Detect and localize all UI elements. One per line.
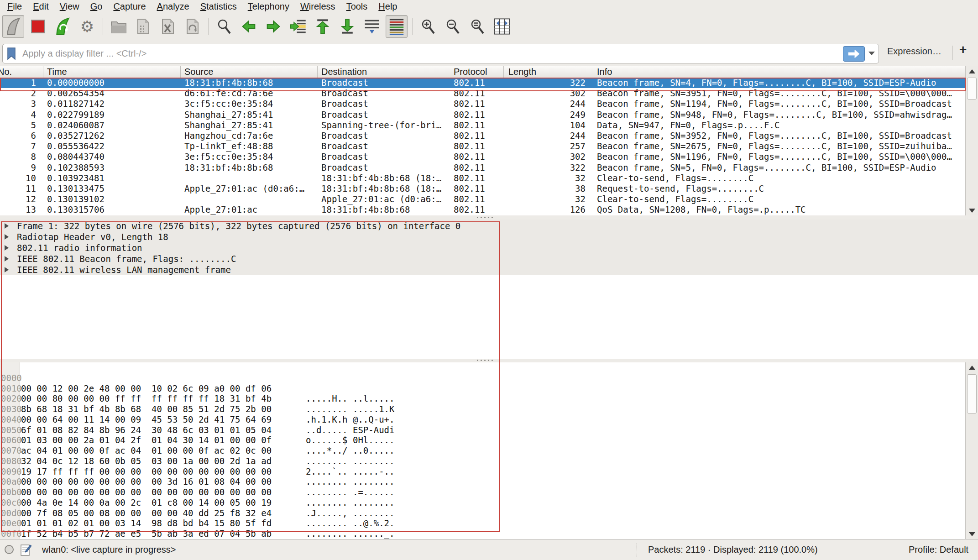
- restart-capture-button[interactable]: [52, 15, 73, 38]
- expander-triangle-icon[interactable]: [5, 234, 9, 240]
- column-separator[interactable]: [588, 66, 588, 78]
- go-back-button[interactable]: [238, 15, 260, 38]
- packet-row[interactable]: 5 0.024060087 Shanghai_27:85:41 Spanning…: [0, 120, 965, 131]
- find-packet-button[interactable]: [213, 15, 235, 38]
- pane-splitter[interactable]: [0, 359, 978, 362]
- close-file-button[interactable]: [157, 15, 179, 38]
- hex-row[interactable]: 0030 00 00 64 00 11 14 00 09 45 53 50 2d…: [0, 393, 965, 404]
- save-file-button[interactable]: [132, 15, 154, 38]
- hex-row[interactable]: 00b0 00 4a 0e 14 00 0a 00 2c 01 c8 00 14…: [0, 476, 965, 487]
- column-separator[interactable]: [43, 66, 43, 78]
- hex-row[interactable]: 0000 00 00 12 00 2e 48 00 00 10 02 6c 09…: [0, 362, 965, 373]
- column-separator[interactable]: [452, 66, 452, 78]
- menu-item[interactable]: Edit: [27, 1, 54, 12]
- filter-dropdown-caret[interactable]: [868, 52, 875, 55]
- column-header-time[interactable]: Time: [47, 67, 67, 77]
- expander-triangle-icon[interactable]: [5, 245, 9, 251]
- menu-item[interactable]: Tools: [341, 1, 373, 12]
- menu-item[interactable]: File: [2, 1, 27, 12]
- packet-row[interactable]: 2 0.002654354 d6:61:fe:cd:7a:6e Broadcas…: [0, 88, 965, 99]
- packet-row[interactable]: 11 0.130133475 Apple_27:01:ac (d0:a6:… 1…: [0, 183, 965, 194]
- stop-capture-button[interactable]: [27, 15, 49, 38]
- packet-row[interactable]: 9 0.102388593 18:31:bf:4b:8b:68 Broadcas…: [0, 162, 965, 173]
- colorize-packets-button[interactable]: [386, 15, 408, 38]
- packet-row[interactable]: 6 0.035271262 Hangzhou_cd:7a:6e Broadcas…: [0, 131, 965, 141]
- start-capture-button[interactable]: [2, 15, 24, 38]
- apply-filter-button[interactable]: [843, 46, 865, 62]
- scroll-down-button[interactable]: [966, 529, 978, 539]
- expression-button[interactable]: Expression…: [887, 46, 941, 57]
- packet-row[interactable]: 10 0.103923481 18:31:bf:4b:8b:68 (18:… 8…: [0, 173, 965, 183]
- column-header-length[interactable]: Length: [508, 67, 536, 77]
- column-header-no[interactable]: No.: [0, 67, 12, 77]
- open-file-button[interactable]: [108, 15, 130, 38]
- packet-row[interactable]: 1 0.000000000 18:31:bf:4b:8b:68 Broadcas…: [0, 78, 965, 88]
- scrollbar-thumb[interactable]: [967, 374, 977, 413]
- expander-triangle-icon[interactable]: [5, 223, 9, 229]
- column-separator[interactable]: [180, 66, 181, 78]
- zoom-out-button[interactable]: [442, 15, 464, 38]
- detail-row[interactable]: IEEE 802.11 Beacon frame, Flags: .......…: [0, 253, 978, 264]
- profile-text[interactable]: Profile: Default: [909, 544, 968, 555]
- column-header-info[interactable]: Info: [597, 67, 612, 77]
- hex-row[interactable]: 0020 8b 68 18 31 bf 4b 8b 68 40 00 85 51…: [0, 383, 965, 394]
- column-separator[interactable]: [317, 66, 318, 78]
- hex-pane-scrollbar[interactable]: [965, 362, 978, 539]
- hex-row[interactable]: 0010 00 00 80 00 00 00 ff ff ff ff ff ff…: [0, 373, 965, 383]
- column-header-protocol[interactable]: Protocol: [454, 67, 487, 77]
- go-to-packet-button[interactable]: [287, 15, 309, 38]
- expander-triangle-icon[interactable]: [5, 256, 9, 262]
- hex-row[interactable]: 0090 00 00 00 00 00 00 00 00 00 3d 16 01…: [0, 456, 965, 466]
- hex-row[interactable]: 0050 01 03 00 00 2a 01 04 2f 01 04 30 14…: [0, 414, 965, 425]
- detail-row[interactable]: 802.11 radio information: [0, 242, 978, 253]
- hex-row[interactable]: 0100 50 f2 02 01 01 84 00 03 a4 00 00 27…: [0, 529, 965, 539]
- zoom-reset-button[interactable]: [466, 15, 488, 38]
- detail-row[interactable]: Frame 1: 322 bytes on wire (2576 bits), …: [0, 220, 978, 231]
- menu-item[interactable]: Analyze: [152, 1, 195, 12]
- menu-item[interactable]: Statistics: [195, 1, 242, 12]
- packet-row[interactable]: 8 0.080443740 3e:f5:cc:0e:35:84 Broadcas…: [0, 152, 965, 162]
- hex-row[interactable]: 0080 19 17 ff ff ff 00 00 00 00 00 00 00…: [0, 445, 965, 456]
- hex-row[interactable]: 00d0 01 01 01 02 01 00 03 14 98 d8 bd b4…: [0, 497, 965, 508]
- bookmark-icon[interactable]: [7, 47, 16, 60]
- packet-row[interactable]: 3 0.011827142 3c:f5:cc:0e:35:84 Broadcas…: [0, 99, 965, 109]
- display-filter-field[interactable]: [2, 44, 879, 63]
- go-forward-button[interactable]: [262, 15, 284, 38]
- hex-row[interactable]: 0070 32 04 0c 12 18 60 0b 05 03 00 1a 00…: [0, 435, 965, 445]
- menu-item[interactable]: Wireless: [295, 1, 341, 12]
- display-filter-input[interactable]: [21, 48, 879, 59]
- go-first-packet-button[interactable]: [312, 15, 334, 38]
- zoom-in-button[interactable]: [417, 15, 439, 38]
- packet-row[interactable]: 4 0.022799189 Shanghai_27:85:41 Broadcas…: [0, 110, 965, 120]
- menu-item[interactable]: Go: [85, 1, 108, 12]
- hex-row[interactable]: 0040 6f 01 08 82 84 8b 96 24 30 48 6c 03…: [0, 404, 965, 414]
- column-header-destination[interactable]: Destination: [321, 67, 367, 77]
- scroll-down-button[interactable]: [966, 205, 978, 215]
- hex-row[interactable]: 0060 ac 04 01 00 00 0f ac 04 01 00 00 0f…: [0, 425, 965, 435]
- menu-item[interactable]: Capture: [108, 1, 151, 12]
- resize-columns-button[interactable]: [491, 15, 513, 38]
- column-header-source[interactable]: Source: [184, 67, 213, 77]
- packet-row[interactable]: 7 0.055536422 Tp-LinkT_ef:48:88 Broadcas…: [0, 141, 965, 152]
- menu-item[interactable]: Telephony: [242, 1, 295, 12]
- pane-splitter[interactable]: [0, 215, 978, 220]
- reload-file-button[interactable]: [182, 15, 204, 38]
- capture-options-button[interactable]: ⚙: [76, 15, 98, 38]
- column-separator[interactable]: [503, 66, 504, 78]
- capture-comment-icon[interactable]: [20, 544, 32, 556]
- hex-row[interactable]: 00e0 1f 52 b4 b5 b7 72 ae e5 5b ab 3a ed…: [0, 508, 965, 518]
- menu-item[interactable]: Help: [373, 1, 403, 12]
- detail-row[interactable]: IEEE 802.11 wireless LAN management fram…: [0, 264, 978, 275]
- packet-list-scrollbar[interactable]: [965, 66, 978, 215]
- hex-row[interactable]: 00a0 00 00 00 00 00 00 00 00 00 00 00 00…: [0, 466, 965, 477]
- scroll-up-button[interactable]: [966, 362, 978, 372]
- detail-row[interactable]: Radiotap Header v0, Length 18: [0, 231, 978, 242]
- auto-scroll-button[interactable]: [361, 15, 383, 38]
- capture-status-icon[interactable]: [5, 545, 14, 554]
- expander-triangle-icon[interactable]: [5, 267, 9, 272]
- packet-row[interactable]: 13 0.130315706 Apple_27:01:ac 18:31:bf:4…: [0, 204, 965, 215]
- menu-item[interactable]: View: [54, 1, 85, 12]
- scroll-up-button[interactable]: [966, 66, 978, 76]
- hex-row[interactable]: 00f0 3a ed dd 09 00 10 18 02 03 00 9c 00…: [0, 518, 965, 529]
- go-last-packet-button[interactable]: [336, 15, 358, 38]
